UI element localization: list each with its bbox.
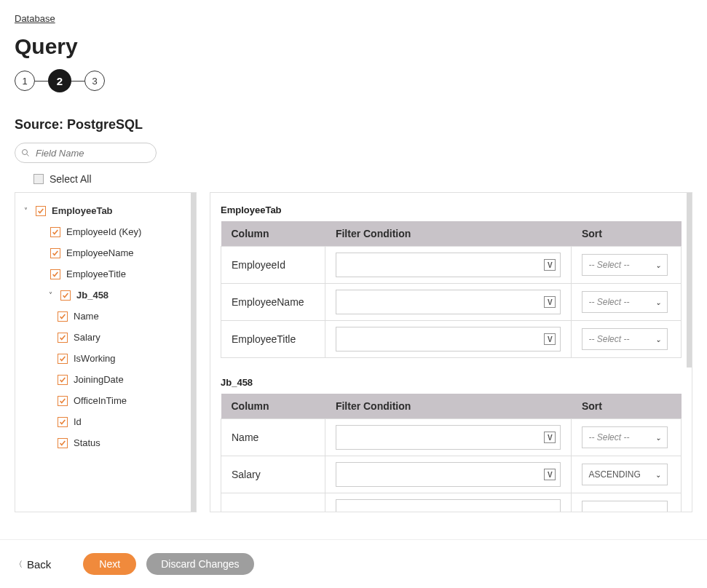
tree-node[interactable]: EmployeeTitle (15, 263, 196, 285)
sort-select[interactable]: ASCENDING⌄ (582, 464, 668, 485)
cell-column (221, 493, 325, 513)
search-field[interactable] (15, 143, 157, 163)
sort-select[interactable]: -- Select --⌄ (582, 291, 668, 313)
conditions-panel: EmployeeTab Column Filter Condition Sort… (210, 192, 692, 512)
svg-line-1 (27, 154, 29, 156)
breadcrumb-database[interactable]: Database (15, 13, 55, 24)
field-tree-panel: ˅ EmployeeTab EmployeeId (Key) EmployeeN… (15, 192, 197, 512)
sort-select[interactable]: ⌄ (582, 501, 668, 512)
table-jb458: Column Filter Condition Sort Name V -- S… (221, 394, 682, 512)
svg-point-0 (23, 150, 28, 155)
search-input[interactable] (34, 147, 150, 159)
table-row: Name V -- Select --⌄ (221, 419, 682, 456)
checkbox[interactable] (58, 438, 68, 448)
checkbox[interactable] (58, 311, 68, 322)
filter-input[interactable]: V (336, 462, 561, 487)
tree-node-employeetab[interactable]: ˅ EmployeeTab (15, 200, 196, 221)
chevron-down-icon: ⌄ (655, 298, 661, 306)
filter-input[interactable]: V (336, 290, 561, 314)
chevron-down-icon: ⌄ (655, 508, 661, 513)
select-all-row[interactable]: Select All (33, 173, 707, 185)
chevron-left-icon: 〈 (15, 559, 23, 570)
filter-input[interactable] (336, 499, 561, 512)
checkbox[interactable] (36, 206, 46, 216)
cell-column: Salary (221, 456, 325, 493)
tree-node[interactable]: OfficeInTime (15, 390, 196, 411)
footer: 〈 Back Next Discard Changes (0, 539, 707, 588)
col-header-column: Column (221, 394, 325, 419)
sort-select[interactable]: -- Select --⌄ (582, 426, 668, 448)
sort-select[interactable]: -- Select --⌄ (582, 328, 668, 350)
tree-label: Salary (74, 332, 100, 343)
tree-label: EmployeeTab (52, 205, 113, 216)
tree-label: OfficeInTime (74, 395, 127, 406)
table-row: ⌄ (221, 493, 682, 513)
col-header-filter: Filter Condition (325, 221, 572, 247)
variable-icon[interactable]: V (544, 469, 556, 480)
tree-label: Status (74, 437, 100, 448)
tree-node[interactable]: Id (15, 411, 196, 432)
tree-label: EmployeeName (66, 247, 134, 258)
back-label: Back (27, 558, 51, 571)
variable-icon[interactable]: V (544, 333, 556, 345)
checkbox[interactable] (58, 417, 68, 427)
tree-label: Id (74, 416, 82, 427)
tree-label: EmployeeTitle (66, 269, 126, 279)
next-button[interactable]: Next (83, 553, 136, 575)
discard-button[interactable]: Discard Changes (146, 553, 253, 575)
tree-node[interactable]: IsWorking (15, 348, 196, 369)
scrollbar[interactable] (191, 193, 196, 512)
table-title: Jb_458 (221, 377, 682, 388)
cell-column: EmployeeTitle (221, 321, 325, 358)
tree-node-jb458[interactable]: ˅ Jb_458 (15, 285, 196, 306)
scrollbar[interactable] (687, 193, 692, 368)
page-title: Query (15, 34, 707, 59)
filter-input[interactable]: V (336, 253, 561, 277)
checkbox[interactable] (50, 227, 60, 237)
step-line (35, 81, 48, 82)
checkbox[interactable] (60, 290, 71, 301)
checkbox[interactable] (50, 248, 60, 258)
checkbox[interactable] (58, 396, 68, 406)
col-header-column: Column (221, 221, 325, 247)
table-title: EmployeeTab (221, 204, 682, 215)
step-1[interactable]: 1 (15, 71, 35, 91)
checkbox[interactable] (58, 375, 68, 385)
tree-node[interactable]: EmployeeId (Key) (15, 221, 196, 242)
source-label: Source: PostgreSQL (15, 117, 707, 132)
select-all-checkbox[interactable] (33, 174, 44, 184)
tree-node[interactable]: Salary (15, 327, 196, 348)
stepper: 1 2 3 (15, 69, 707, 92)
tree-node[interactable]: Name (15, 306, 196, 327)
step-3[interactable]: 3 (84, 71, 105, 91)
table-row: EmployeeName V -- Select --⌄ (221, 284, 682, 321)
chevron-down-icon[interactable]: ˅ (24, 207, 33, 215)
checkbox[interactable] (58, 333, 68, 343)
cell-column: EmployeeName (221, 284, 325, 321)
chevron-down-icon: ⌄ (655, 261, 661, 269)
variable-icon[interactable]: V (544, 432, 556, 443)
tree-node[interactable]: JoiningDate (15, 369, 196, 390)
checkbox[interactable] (58, 354, 68, 364)
col-header-sort: Sort (572, 221, 682, 247)
select-all-label: Select All (50, 173, 92, 185)
back-button[interactable]: 〈 Back (15, 558, 51, 571)
step-2[interactable]: 2 (48, 69, 71, 92)
chevron-down-icon: ⌄ (655, 335, 661, 343)
tree-label: Name (74, 311, 99, 322)
tree-node[interactable]: Status (15, 432, 196, 453)
chevron-down-icon: ⌄ (655, 471, 661, 479)
filter-input[interactable]: V (336, 425, 561, 450)
table-row: EmployeeId V -- Select --⌄ (221, 247, 682, 284)
chevron-down-icon[interactable]: ˅ (49, 291, 58, 299)
variable-icon[interactable]: V (544, 259, 556, 271)
variable-icon[interactable]: V (544, 296, 556, 308)
col-header-filter: Filter Condition (325, 394, 572, 419)
table-row: EmployeeTitle V -- Select --⌄ (221, 321, 682, 358)
step-line (71, 81, 84, 82)
tree-node[interactable]: EmployeeName (15, 242, 196, 263)
filter-input[interactable]: V (336, 327, 561, 351)
sort-select[interactable]: -- Select --⌄ (582, 254, 668, 276)
checkbox[interactable] (50, 269, 60, 279)
chevron-down-icon: ⌄ (655, 434, 661, 442)
